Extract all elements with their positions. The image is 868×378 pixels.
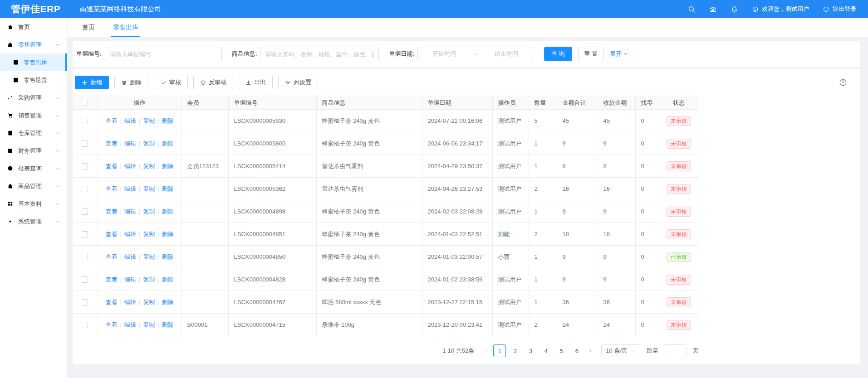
edit-link[interactable]: 编辑 xyxy=(124,321,136,328)
bell-icon[interactable] xyxy=(731,5,738,13)
delete-link[interactable]: 删除 xyxy=(162,299,174,305)
view-link[interactable]: 查看 xyxy=(105,163,117,170)
copy-link[interactable]: 复制 xyxy=(143,117,155,124)
tab-retail-outbound[interactable]: 零售出库 xyxy=(104,18,147,37)
page-button-2[interactable]: 2 xyxy=(509,344,521,357)
edit-link[interactable]: 编辑 xyxy=(124,253,136,260)
sidebar-item-retail-return[interactable]: 零售退货 xyxy=(0,71,67,89)
copy-link[interactable]: 复制 xyxy=(143,276,155,283)
unaudit-button[interactable]: 反审核 xyxy=(193,76,233,89)
sidebar-item-home[interactable]: 首页 xyxy=(0,18,67,36)
edit-link[interactable]: 编辑 xyxy=(124,231,136,237)
view-link[interactable]: 查看 xyxy=(105,299,117,305)
edit-link[interactable]: 编辑 xyxy=(124,163,136,170)
sidebar-item-sales-mgmt[interactable]: 销售管理 xyxy=(0,107,67,124)
bank-icon[interactable] xyxy=(709,5,717,13)
export-button[interactable]: 导出 xyxy=(239,76,273,89)
select-all-checkbox[interactable] xyxy=(82,100,88,106)
sidebar-item-warehouse-mgmt[interactable]: 仓库管理 xyxy=(0,124,67,142)
delete-link[interactable]: 删除 xyxy=(162,253,174,260)
jump-page-input[interactable] xyxy=(664,344,687,357)
view-link[interactable]: 查看 xyxy=(105,208,117,215)
sidebar-item-system-mgmt[interactable]: 系统管理 xyxy=(0,213,67,230)
edit-link[interactable]: 编辑 xyxy=(124,299,136,305)
copy-link[interactable]: 复制 xyxy=(143,299,155,305)
view-link[interactable]: 查看 xyxy=(105,321,117,328)
row-checkbox[interactable] xyxy=(82,299,88,305)
next-page-button[interactable] xyxy=(586,344,595,357)
search-button[interactable]: 查 询 xyxy=(544,47,572,61)
copy-link[interactable]: 复制 xyxy=(143,253,155,260)
delete-link[interactable]: 删除 xyxy=(162,185,174,192)
view-link[interactable]: 查看 xyxy=(105,140,117,147)
copy-link[interactable]: 复制 xyxy=(143,140,155,147)
edit-link[interactable]: 编辑 xyxy=(124,208,136,215)
expand-link[interactable]: 展开 xyxy=(610,50,628,58)
row-checkbox[interactable] xyxy=(82,231,88,237)
bill-no-input[interactable] xyxy=(105,47,222,61)
page-button-3[interactable]: 3 xyxy=(524,344,537,357)
view-link[interactable]: 查看 xyxy=(105,231,117,237)
help-icon[interactable] xyxy=(839,78,847,87)
view-link[interactable]: 查看 xyxy=(105,185,117,192)
tab-home[interactable]: 首页 xyxy=(73,18,104,37)
sidebar-item-retail-mgmt[interactable]: 零售管理 xyxy=(0,36,67,53)
delete-link[interactable]: 删除 xyxy=(162,276,174,283)
bill-no-cell: LSCK00000004851 xyxy=(228,223,316,246)
prev-page-button[interactable] xyxy=(481,344,490,357)
date-range-input[interactable]: 开始时间 ~ 结束时间 xyxy=(417,47,533,61)
audit-button[interactable]: 审核 xyxy=(154,76,188,89)
sidebar-item-purchase-mgmt[interactable]: 采购管理 xyxy=(0,89,67,107)
view-link[interactable]: 查看 xyxy=(105,253,117,260)
row-checkbox[interactable] xyxy=(82,254,88,260)
view-link[interactable]: 查看 xyxy=(105,117,117,124)
edit-link[interactable]: 编辑 xyxy=(124,140,136,147)
copy-link[interactable]: 复制 xyxy=(143,208,155,215)
edit-link[interactable]: 编辑 xyxy=(124,276,136,283)
search-icon[interactable] xyxy=(688,5,696,13)
status-badge: 未审核 xyxy=(667,184,691,194)
sidebar-item-basic-data[interactable]: 基本资料 xyxy=(0,195,67,213)
sidebar-item-retail-outbound[interactable]: 零售出库 xyxy=(0,53,67,71)
page-button-4[interactable]: 4 xyxy=(539,344,552,357)
row-checkbox[interactable] xyxy=(82,163,88,170)
delete-link[interactable]: 删除 xyxy=(162,163,174,170)
copy-link[interactable]: 复制 xyxy=(143,231,155,237)
welcome-user[interactable]: 欢迎您，测试用户 xyxy=(752,5,809,13)
delete-link[interactable]: 删除 xyxy=(162,208,174,215)
row-checkbox[interactable] xyxy=(82,276,88,283)
page-button-1[interactable]: 1 xyxy=(493,344,506,357)
page-button-6[interactable]: 6 xyxy=(570,344,583,357)
bill-date-cell: 2024-02-03 22:08:28 xyxy=(422,200,492,223)
status-badge: 已审核 xyxy=(667,252,691,262)
reset-button[interactable]: 重 置 xyxy=(579,47,604,61)
product-cell: 蜂蜜柚子茶 240g 黄色 xyxy=(316,246,422,268)
delete-button[interactable]: 删除 xyxy=(114,76,148,89)
sidebar-item-finance-mgmt[interactable]: 财务管理 xyxy=(0,142,67,160)
page-button-5[interactable]: 5 xyxy=(555,344,568,357)
row-checkbox[interactable] xyxy=(82,186,88,192)
sidebar-item-report-query[interactable]: 报表查询 xyxy=(0,160,67,177)
column-settings-button[interactable]: 列设置 xyxy=(278,76,318,89)
sidebar-item-goods-mgmt[interactable]: 商品管理 xyxy=(0,177,67,195)
copy-link[interactable]: 复制 xyxy=(143,321,155,328)
page-size-select[interactable]: 10 条/页 xyxy=(601,344,640,357)
copy-link[interactable]: 复制 xyxy=(143,185,155,192)
add-button[interactable]: 新增 xyxy=(75,76,109,89)
product-info-input[interactable] xyxy=(260,47,379,61)
view-link[interactable]: 查看 xyxy=(105,276,117,283)
row-checkbox[interactable] xyxy=(82,141,88,147)
delete-link[interactable]: 删除 xyxy=(162,117,174,124)
row-checkbox[interactable] xyxy=(82,322,88,328)
row-checkbox[interactable] xyxy=(82,208,88,215)
bill-no-cell: LSCK00000005362 xyxy=(228,178,316,200)
logout-button[interactable]: 退出登录 xyxy=(823,5,856,13)
link-separator: | xyxy=(139,276,140,283)
edit-link[interactable]: 编辑 xyxy=(124,117,136,124)
delete-link[interactable]: 删除 xyxy=(162,231,174,237)
row-checkbox[interactable] xyxy=(82,118,88,124)
edit-link[interactable]: 编辑 xyxy=(124,185,136,192)
copy-link[interactable]: 复制 xyxy=(143,163,155,170)
delete-link[interactable]: 删除 xyxy=(162,321,174,328)
delete-link[interactable]: 删除 xyxy=(162,140,174,147)
